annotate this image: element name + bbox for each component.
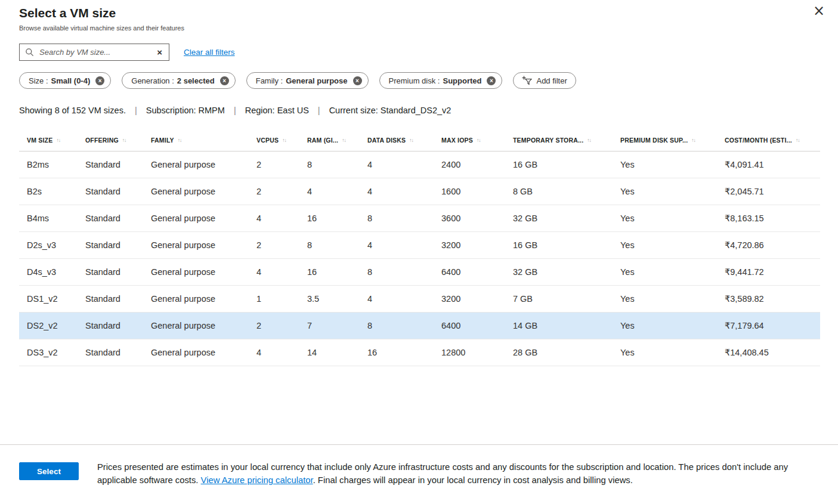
table-cell: Standard [78,151,143,178]
table-cell: D2s_v3 [19,232,78,259]
table-cell: 2 [249,151,299,178]
table-cell: 2400 [434,151,505,178]
table-cell: 1 [249,286,299,313]
page-title: Select a VM size [19,6,820,20]
table-cell: ₹4,091.41 [717,151,820,178]
table-row[interactable]: B4msStandardGeneral purpose4168360032 GB… [19,205,820,232]
column-header[interactable]: RAM (GI...↑↓ [299,128,360,151]
table-cell: General purpose [143,205,249,232]
table-cell: Yes [613,339,717,366]
table-cell: D4s_v3 [19,259,78,286]
table-cell: 4 [360,286,434,313]
column-header[interactable]: VM SIZE↑↓ [19,128,78,151]
status-row: Showing 8 of 152 VM sizes. | Subscriptio… [19,106,820,115]
filter-pill[interactable]: Premium disk : Supported × [379,72,503,89]
sort-icon: ↑↓ [342,137,346,143]
column-header-label: OFFERING [85,137,119,144]
column-header-label: VM SIZE [27,137,52,144]
table-row[interactable]: B2sStandardGeneral purpose24416008 GBYes… [19,178,820,205]
column-header-label: VCPUS [256,137,279,144]
column-header[interactable]: OFFERING↑↓ [78,128,143,151]
filter-pill-label: Family : [256,76,283,85]
add-filter-icon [522,76,532,85]
remove-filter-icon[interactable]: × [353,76,362,85]
table-cell: ₹14,408.45 [717,339,820,366]
column-header[interactable]: DATA DISKS↑↓ [360,128,434,151]
table-cell: Standard [78,178,143,205]
table-cell: 8 GB [505,178,613,205]
column-header[interactable]: MAX IOPS↑↓ [434,128,505,151]
table-cell: 14 GB [505,313,613,339]
table-cell: 8 [360,205,434,232]
footer-bar: Select Prices presented are estimates in… [0,444,838,487]
remove-filter-icon[interactable]: × [487,76,496,85]
table-cell: 4 [249,339,299,366]
table-cell: 32 GB [505,205,613,232]
table-cell: 8 [299,151,360,178]
table-cell: General purpose [143,178,249,205]
status-separator: | [318,106,320,115]
table-cell: 6400 [434,313,505,339]
vm-size-table: VM SIZE↑↓OFFERING↑↓FAMILY↑↓VCPUS↑↓RAM (G… [19,128,820,366]
sort-icon: ↑↓ [587,137,591,143]
table-cell: Yes [613,313,717,339]
search-clear-icon[interactable]: × [156,47,163,57]
table-cell: 3200 [434,286,505,313]
filter-pill[interactable]: Size : Small (0-4) × [19,72,111,89]
search-box[interactable]: × [19,44,169,61]
column-header[interactable]: TEMPORARY STORA...↑↓ [505,128,613,151]
remove-filter-icon[interactable]: × [220,76,229,85]
table-cell: 1600 [434,178,505,205]
table-row[interactable]: D2s_v3StandardGeneral purpose284320016 G… [19,232,820,259]
filter-pill-label: Generation : [131,76,174,85]
column-header-label: MAX IOPS [441,137,473,144]
vm-table-header-row: VM SIZE↑↓OFFERING↑↓FAMILY↑↓VCPUS↑↓RAM (G… [19,128,820,151]
table-cell: 28 GB [505,339,613,366]
sort-icon: ↑↓ [691,137,695,143]
search-row: × Clear all filters [19,44,820,61]
pricing-note: Prices presented are estimates in your l… [97,461,818,487]
close-icon[interactable]: × [809,2,828,19]
table-cell: 2 [249,232,299,259]
table-cell: General purpose [143,151,249,178]
filter-pill-value: Small (0-4) [51,76,91,85]
add-filter-button[interactable]: Add filter [513,72,576,89]
table-cell: Yes [613,286,717,313]
filter-pill[interactable]: Family : General purpose × [246,72,369,89]
table-cell: 4 [249,259,299,286]
table-row[interactable]: D4s_v3StandardGeneral purpose4168640032 … [19,259,820,286]
table-row[interactable]: B2msStandardGeneral purpose284240016 GBY… [19,151,820,178]
table-cell: ₹7,179.64 [717,313,820,339]
table-row[interactable]: DS2_v2StandardGeneral purpose278640014 G… [19,313,820,339]
table-cell: 14 [299,339,360,366]
table-row[interactable]: DS3_v2StandardGeneral purpose41416128002… [19,339,820,366]
table-cell: 4 [360,151,434,178]
filter-pill[interactable]: Generation : 2 selected × [122,72,235,89]
status-showing: Showing 8 of 152 VM sizes. [19,106,126,115]
search-input[interactable] [38,47,156,57]
table-cell: Standard [78,286,143,313]
column-header[interactable]: FAMILY↑↓ [143,128,249,151]
table-cell: Yes [613,178,717,205]
table-cell: 2 [249,178,299,205]
table-cell: 7 [299,313,360,339]
remove-filter-icon[interactable]: × [95,76,104,85]
select-button[interactable]: Select [19,462,79,480]
sort-icon: ↑↓ [796,137,800,143]
column-header[interactable]: COST/MONTH (ESTI...↑↓ [717,128,820,151]
status-separator: | [234,106,236,115]
sort-icon: ↑↓ [409,137,413,143]
column-header-label: RAM (GI... [307,137,338,144]
column-header-label: DATA DISKS [367,137,406,144]
table-cell: 3200 [434,232,505,259]
table-cell: 4 [360,178,434,205]
pricing-calculator-link[interactable]: View Azure pricing calculator [201,475,313,485]
column-header[interactable]: VCPUS↑↓ [249,128,299,151]
table-cell: Yes [613,151,717,178]
table-cell: 8 [299,232,360,259]
clear-all-filters-link[interactable]: Clear all filters [184,48,235,57]
table-row[interactable]: DS1_v2StandardGeneral purpose13.5432007 … [19,286,820,313]
search-icon [25,48,34,57]
filter-pill-row: Size : Small (0-4) × Generation : 2 sele… [19,72,820,89]
column-header[interactable]: PREMIUM DISK SUP...↑↓ [613,128,717,151]
